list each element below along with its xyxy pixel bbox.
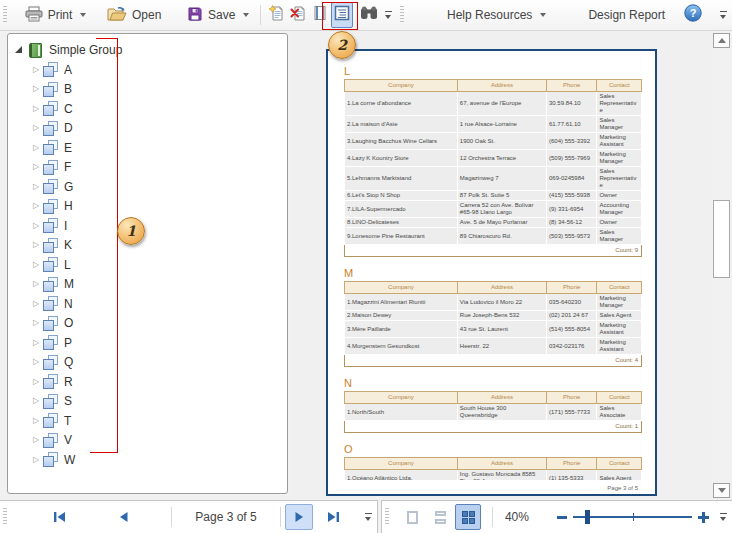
tree-item-label: L [63,258,71,272]
print-button[interactable]: Print [18,2,94,29]
expand-arrow-icon[interactable]: ▷ [29,261,43,269]
zoom-slider-thumb[interactable] [585,510,590,524]
single-page-view-button[interactable] [400,504,426,530]
toolbar-grip[interactable] [3,6,7,24]
expand-arrow-icon[interactable]: ▷ [29,183,43,191]
page-setup-button[interactable] [309,2,331,28]
tree-item[interactable]: ▷T [8,411,287,431]
toolbar-grip[interactable] [385,508,389,526]
expand-arrow-icon[interactable]: ▷ [29,280,43,288]
group-pages-icon [43,257,58,272]
expand-arrow-icon[interactable]: ▷ [29,144,43,152]
tree-item[interactable]: ▷E [8,138,287,158]
expand-arrow-icon[interactable]: ▷ [29,105,43,113]
expand-arrow-icon[interactable]: ▷ [29,319,43,327]
expand-arrow-icon[interactable]: ▷ [29,417,43,425]
report-page[interactable]: LCompanyAddressPhoneContact1.La corne d'… [326,49,657,496]
continuous-view-button[interactable] [428,504,454,530]
tree-item[interactable]: ▷S [8,392,287,412]
vertical-scrollbar[interactable] [712,33,731,498]
tree-item[interactable]: ▷H [8,197,287,217]
toolbar-overflow-button[interactable] [384,9,393,21]
tree-item[interactable]: ▷M [8,275,287,295]
table-row: 9.Lonesome Pine Restaurant89 Chiaroscuro… [345,228,642,245]
tree-item[interactable]: ▷O [8,314,287,334]
table-cell: 4.Morgenstern Gesundkost [345,338,458,355]
close-document-button[interactable] [287,2,309,28]
tree-item[interactable]: ▷K [8,236,287,256]
expand-arrow-icon[interactable]: ▷ [29,339,43,347]
first-page-icon [53,511,66,523]
expand-arrow-icon[interactable]: ▷ [29,378,43,386]
tree-item[interactable]: ▷G [8,177,287,197]
scrollbar-thumb[interactable] [713,200,730,278]
expand-arrow-icon[interactable]: ▷ [29,241,43,249]
help-resources-label: Help Resources [447,8,532,22]
toolbar-overflow-button[interactable] [364,511,373,523]
tree-item[interactable]: ▷N [8,294,287,314]
tree-item[interactable]: ▷L [8,255,287,275]
expand-arrow-icon[interactable]: ▷ [29,163,43,171]
expand-arrow-icon[interactable]: ▷ [29,202,43,210]
zoom-in-button[interactable] [698,512,709,523]
document-map-toggle-button[interactable] [331,2,353,28]
first-page-button[interactable] [45,504,73,530]
zoom-slider-track[interactable] [573,509,692,525]
document-map-icon [334,5,350,25]
table-cell: Heerstr. 22 [457,338,546,355]
expand-arrow-icon[interactable]: ▷ [29,456,43,464]
table-cell: 67, avenue de l'Europe [457,92,546,116]
toolbar-grip[interactable] [400,6,404,24]
table-row: 3.Mère Paillarde43 rue St. Laurent(514) … [345,321,642,338]
expand-arrow-icon[interactable]: ▷ [29,66,43,74]
tree-item[interactable]: ▷F [8,158,287,178]
column-header: Phone [546,458,596,470]
expand-arrow-icon[interactable]: ▷ [29,436,43,444]
tree-item[interactable]: ▷W [8,450,287,470]
expand-arrow-icon[interactable]: ▷ [29,222,43,230]
help-resources-button[interactable]: Help Resources [440,4,553,26]
tree-item[interactable]: ▷R [8,372,287,392]
expand-arrow-icon[interactable]: ▷ [29,300,43,308]
scroll-up-button[interactable] [713,33,730,48]
column-header: Contact [597,282,642,294]
tree-item[interactable]: ▷Q [8,353,287,373]
tree-item[interactable]: ▷V [8,431,287,451]
previous-page-button[interactable] [109,504,137,530]
scroll-down-button[interactable] [713,483,730,498]
expand-arrow-icon[interactable]: ▷ [29,85,43,93]
next-page-button[interactable] [285,504,313,530]
save-button[interactable]: Save [180,2,256,29]
column-header: Address [457,392,546,404]
expand-arrow-icon[interactable]: ▷ [29,397,43,405]
table-cell: Owner [597,191,642,201]
toolbar-overflow-button[interactable] [719,9,728,21]
search-button[interactable] [358,2,380,28]
multipage-view-button[interactable] [455,504,481,530]
tree-root-item[interactable]: Simple Group [8,40,287,60]
expand-arrow-icon[interactable]: ▷ [29,358,43,366]
help-button[interactable]: ? [680,2,706,28]
table-row: 1.Océano Atlántico Ltda.Ing. Gustavo Mon… [345,470,642,481]
tree-item[interactable]: ▷D [8,119,287,139]
column-header: Phone [546,80,596,92]
table-cell: 6.Let's Stop N Shop [345,191,458,201]
tree-item-label: K [63,238,72,252]
open-button[interactable]: Open [100,2,168,29]
save-floppy-icon [187,6,203,25]
expand-arrow-icon[interactable]: ▷ [29,124,43,132]
design-report-button[interactable]: Design Report [581,4,672,26]
preview-surface[interactable]: LCompanyAddressPhoneContact1.La corne d'… [290,31,712,499]
tree-item[interactable]: ▷A [8,60,287,80]
group-count-row: Count: 9 [345,245,642,257]
zoom-out-button[interactable] [557,516,568,519]
new-document-button[interactable] [265,2,287,28]
tree-item[interactable]: ▷I [8,216,287,236]
last-page-button[interactable] [319,504,347,530]
toolbar-grip[interactable] [3,508,7,526]
expand-collapse-icon[interactable] [15,46,22,53]
tree-item[interactable]: ▷C [8,99,287,119]
tree-item[interactable]: ▷P [8,333,287,353]
tree-item[interactable]: ▷B [8,80,287,100]
toolbar-overflow-button[interactable] [719,511,728,523]
